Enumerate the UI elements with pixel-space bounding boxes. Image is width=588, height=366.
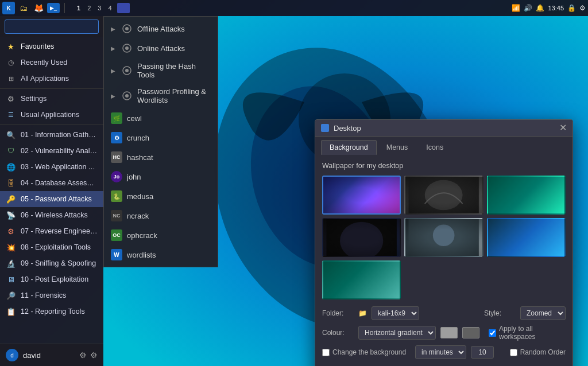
sidebar-item-05[interactable]: 🔑 05 - Password Attacks: [0, 191, 103, 207]
network-settings-btn[interactable]: ⚙: [79, 351, 87, 360]
workspace-3[interactable]: 3: [95, 5, 104, 11]
medusa-item[interactable]: 🐍 medusa: [104, 186, 218, 206]
john-label: john: [127, 173, 141, 181]
db-assessment-icon: 🗄: [6, 178, 16, 188]
notification-icon[interactable]: 🔔: [536, 4, 544, 12]
info-gathering-icon: 🔍: [6, 130, 16, 140]
db-assessment-label: 04 - Database Assessment: [21, 179, 98, 187]
volume-icon[interactable]: 🔊: [524, 4, 532, 12]
apply-workspaces-label: Apply to all workspaces: [499, 325, 566, 341]
wallpaper-thumb-4[interactable]: [322, 218, 401, 257]
ncrack-item[interactable]: NC ncrack: [104, 206, 218, 225]
kali-menu-icon[interactable]: K: [2, 2, 15, 14]
colour-control-row: Colour: Horizontal gradient Apply to all…: [322, 325, 566, 341]
window-close-button[interactable]: ✕: [559, 123, 567, 133]
favourites-label: Favourites: [21, 42, 54, 50]
svg-point-18: [433, 224, 455, 246]
workspace-4[interactable]: 4: [105, 5, 114, 11]
offline-icon: [121, 23, 133, 34]
colour-swatch-dark[interactable]: [462, 327, 479, 338]
wordlists-item[interactable]: W wordlists: [104, 245, 218, 264]
wallpaper-thumb-6[interactable]: [487, 218, 566, 257]
wallpaper-thumb-1[interactable]: [322, 176, 401, 215]
apply-workspaces-checkbox[interactable]: Apply to all workspaces: [489, 325, 566, 341]
sidebar-item-favourites[interactable]: ★ Favourites: [0, 38, 103, 54]
cewl-item[interactable]: 🌿 cewl: [104, 108, 218, 128]
sidebar-item-settings[interactable]: ⚙ Settings: [0, 91, 103, 107]
browser-icon[interactable]: 🦊: [32, 2, 45, 14]
colour-select[interactable]: Horizontal gradient: [358, 326, 436, 340]
cewl-icon: 🌿: [111, 112, 122, 124]
ophcrack-item[interactable]: OC ophcrack: [104, 225, 218, 245]
sidebar-item-09[interactable]: 🔬 09 - Sniffing & Spoofing: [0, 255, 103, 271]
colour-swatch-light[interactable]: [440, 327, 458, 338]
clock: 13:45: [548, 5, 564, 11]
menu-items-list: ★ Favourites ◷ Recently Used ⊞ All Appli…: [0, 37, 103, 344]
folder-select[interactable]: kali-16x9: [372, 306, 419, 320]
sidebar-item-01[interactable]: 🔍 01 - Information Gathering: [0, 127, 103, 143]
apply-workspaces-input[interactable]: [489, 329, 496, 337]
recently-used-icon: ◷: [6, 57, 16, 68]
pass-hash-item[interactable]: ▶ Passing the Hash Tools: [104, 58, 218, 83]
terminal-icon[interactable]: ▶_: [47, 3, 60, 13]
crunch-item[interactable]: ⚙ crunch: [104, 128, 218, 147]
wallpaper-thumb-2[interactable]: [404, 176, 483, 215]
change-bg-checkbox[interactable]: Change the background: [322, 348, 406, 356]
sidebar-item-all-apps[interactable]: ⊞ All Applications: [0, 71, 103, 87]
workspace-1[interactable]: 1: [74, 5, 83, 11]
wallpaper-thumb-7[interactable]: [322, 260, 401, 299]
wireless-attacks-label: 06 - Wireless Attacks: [21, 211, 88, 219]
taskbar-divider: [64, 3, 65, 13]
sidebar-item-usual-apps[interactable]: ☰ Usual Applications: [0, 107, 103, 123]
file-manager-icon[interactable]: 🗂: [17, 2, 30, 14]
window-icon: [321, 124, 329, 132]
offline-attacks-item[interactable]: ▶ Offline Attacks: [104, 19, 218, 38]
sidebar-item-10[interactable]: 🖥 10 - Post Exploitation: [0, 271, 103, 287]
style-select[interactable]: Zoomed: [520, 306, 566, 320]
sidebar-item-11[interactable]: 🔎 11 - Forensics: [0, 287, 103, 303]
change-bg-label: Change the background: [332, 348, 406, 356]
reporting-label: 12 - Reporting Tools: [21, 307, 85, 316]
wireless-attacks-icon: 📡: [6, 210, 16, 220]
tab-menus[interactable]: Menus: [378, 140, 417, 155]
search-input[interactable]: [5, 20, 99, 34]
change-bg-input[interactable]: [322, 349, 330, 356]
sidebar-item-07[interactable]: ⚙ 07 - Reverse Engineering: [0, 223, 103, 239]
system-settings-btn[interactable]: ⚙: [90, 351, 98, 360]
hashcat-item[interactable]: HC hashcat: [104, 147, 218, 167]
hashcat-label: hashcat: [127, 153, 153, 162]
reverse-eng-icon: ⚙: [6, 226, 16, 236]
john-item[interactable]: Jo john: [104, 167, 218, 186]
settings-icon[interactable]: ⚙: [579, 4, 586, 12]
sidebar-item-12[interactable]: 📋 12 - Reporting Tools: [0, 303, 103, 320]
sidebar-item-02[interactable]: 🛡 02 - Vulnerability Analysis: [0, 143, 103, 159]
sidebar-item-recently-used[interactable]: ◷ Recently Used: [0, 54, 103, 71]
random-order-checkbox[interactable]: Random Order: [510, 348, 566, 356]
taskbar-left: K 🗂 🦊 ▶_ 1 2 3 4: [2, 2, 512, 14]
pass-profiling-item[interactable]: ▶ Password Profiling & Wordlists: [104, 83, 218, 108]
sidebar-item-08[interactable]: 💥 08 - Exploitation Tools: [0, 239, 103, 255]
lock-icon[interactable]: 🔒: [567, 4, 576, 12]
interval-value-input[interactable]: [471, 346, 494, 359]
wallpaper-thumb-5[interactable]: [404, 218, 483, 257]
exploit-tools-icon: 💥: [6, 242, 16, 252]
interval-unit-select[interactable]: in minutes: [415, 345, 466, 359]
sidebar-item-04[interactable]: 🗄 04 - Database Assessment: [0, 175, 103, 191]
tab-icons[interactable]: Icons: [417, 140, 452, 155]
sidebar-item-03[interactable]: 🌐 03 - Web Application Analysis: [0, 159, 103, 175]
online-attacks-item[interactable]: ▶ Online Attacks: [104, 38, 218, 58]
tab-background[interactable]: Background: [321, 140, 377, 155]
wallpaper-thumb-3[interactable]: [487, 176, 566, 215]
style-label: Style:: [484, 309, 516, 317]
menu-footer: d david ⚙ ⚙: [0, 344, 103, 366]
random-order-input[interactable]: [510, 349, 517, 356]
pass-hash-label: Passing the Hash Tools: [137, 62, 211, 79]
network-icon[interactable]: 📶: [512, 4, 520, 12]
recently-used-label: Recently Used: [21, 59, 67, 67]
favourites-icon: ★: [6, 41, 16, 52]
sidebar-item-06[interactable]: 📡 06 - Wireless Attacks: [0, 207, 103, 223]
active-window-icon[interactable]: [117, 3, 130, 13]
reverse-eng-label: 07 - Reverse Engineering: [21, 227, 98, 235]
password-attacks-icon: 🔑: [6, 194, 16, 204]
workspace-2[interactable]: 2: [84, 5, 94, 11]
